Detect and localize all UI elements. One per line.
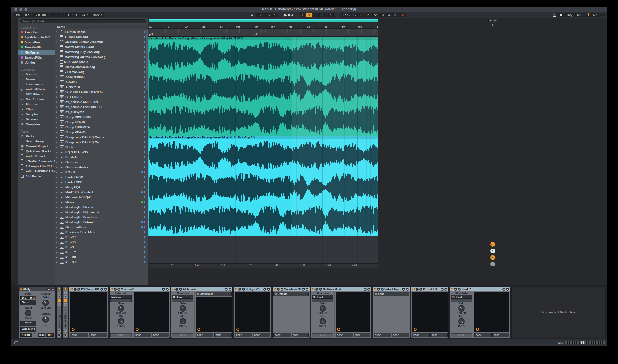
param-slot[interactable]: none (354, 333, 371, 337)
sidechain-mix-knob[interactable] (118, 318, 124, 324)
device-power-toggle[interactable] (235, 288, 237, 290)
plugin-edit-button[interactable]: ⚙ (117, 288, 120, 291)
key-map-button[interactable]: Key (565, 13, 574, 17)
automation-mode-toggle[interactable]: ✎̷ (306, 13, 312, 17)
selection-box-icon[interactable]: ⬚ (321, 13, 327, 17)
collection-dots[interactable] (144, 181, 145, 183)
track-lane-mix[interactable]: Echoberyl - La Dame En Rouge (Cage's Exs… (148, 37, 378, 136)
sidebar-item-category[interactable]: Grooves (18, 117, 55, 122)
track-lane-master[interactable]: Off (148, 236, 378, 263)
list-item[interactable]: ▶ Newfangled EQuivocate (55, 210, 148, 215)
collection-dots[interactable] (144, 156, 145, 158)
expand-arrow-icon[interactable]: ▶ (56, 41, 58, 43)
hot-swap-icon[interactable]: ⇄ (402, 288, 405, 291)
sidechain-gain-knob[interactable] (180, 305, 186, 312)
collection-dots[interactable] (141, 226, 145, 228)
clip-title[interactable]: Echoberyl - La Dame En Rouge (Cage's Exs… (148, 37, 378, 40)
collection-dots[interactable] (144, 61, 145, 63)
plugin-edit-button[interactable]: ⚙ (419, 288, 422, 291)
collection-dots[interactable] (144, 196, 145, 198)
expand-arrow-icon[interactable]: ▶ (56, 86, 58, 88)
collection-dots[interactable] (144, 46, 145, 48)
sidebar-item-place[interactable]: User Library (18, 139, 55, 144)
expand-arrow-icon[interactable]: ▶ (56, 216, 58, 218)
expand-arrow-icon[interactable]: ▶ (56, 256, 58, 258)
device-psp-neon-hr[interactable]: ▾⚙PSP Neon HR⇄▣nonenone (69, 287, 108, 338)
optimize-height-button[interactable]: H (488, 19, 492, 22)
param-slot[interactable]: none (474, 333, 492, 337)
capture-midi-button[interactable]: ○ (328, 13, 334, 17)
list-item[interactable]: ▶ Newfangled Saturate (55, 220, 148, 225)
chain-selector[interactable]: none (374, 292, 409, 296)
param-slot[interactable]: none (492, 333, 510, 337)
chain-list-icon[interactable]: ≡ (64, 303, 67, 306)
collection-dots[interactable] (144, 241, 145, 243)
device-power-toggle[interactable] (451, 288, 453, 290)
collection-dots[interactable] (144, 211, 145, 213)
list-item[interactable]: ▶ Pro-DS (55, 240, 148, 245)
list-item[interactable]: ▶ Millennia NSEQ-2 (55, 195, 148, 200)
sidechain-gain-knob[interactable] (458, 305, 465, 312)
loop-start-field[interactable]: 150. 1. 2 (341, 13, 364, 17)
list-item[interactable]: ▶ 1 Listen Racks (55, 29, 148, 34)
add-macro-icon[interactable]: + (58, 295, 61, 298)
sort-arrow-icon[interactable]: ▲ (144, 26, 146, 28)
list-item[interactable]: ▶ Gullfoss (55, 159, 148, 164)
clip-title[interactable]: Echoberyl - La Dame En Rouge (Cage's Exs… (148, 136, 378, 139)
device-power-toggle[interactable] (20, 288, 22, 290)
collection-dots[interactable] (144, 136, 145, 138)
list-item[interactable]: ▶ Newfangled Punctuate (55, 215, 148, 220)
device-view-toggle-icon[interactable] (14, 341, 18, 344)
sidebar-item-collection[interactable]: DrumsPerc (18, 40, 55, 45)
plugin-xy-display[interactable] (196, 297, 232, 332)
plugin-edit-button[interactable]: ⚙ (458, 288, 461, 291)
hot-swap-icon[interactable]: ⇄ (225, 288, 228, 291)
collection-dots[interactable] (144, 66, 145, 68)
list-item[interactable]: ▶ Mirror (55, 200, 148, 205)
list-item[interactable]: ▶ Blue Cat's Gain 3 (Stereo) (55, 89, 148, 94)
dc-filter-button[interactable]: DC (46, 333, 54, 337)
device-utility[interactable]: Utility ⇄ ▣ Input Ø L Ø R Stereo ▼ Width… (18, 287, 55, 338)
collection-dots[interactable] (141, 171, 145, 173)
list-item[interactable]: ▶ Newfangled Elevate (55, 205, 148, 210)
sidebar-item-place[interactable]: Packs (18, 134, 55, 139)
collection-dots[interactable] (144, 41, 145, 43)
list-item[interactable]: ▶ KClip3 (55, 169, 148, 174)
save-preset-icon[interactable]: ▣ (58, 333, 61, 337)
expand-arrow-icon[interactable]: ▶ (56, 166, 58, 168)
locator-flag[interactable]: 2 (254, 33, 257, 36)
hot-swap-icon[interactable]: ⇄ (58, 329, 61, 333)
device-fold-button[interactable]: ▾ (416, 288, 419, 291)
sidebar-item-category[interactable]: Samples (18, 112, 55, 117)
audio-clip-echoberyl[interactable]: Echoberyl - La Dame En Rouge (Cage's Exs… (148, 136, 378, 236)
expand-arrow-icon[interactable]: ▶ (56, 206, 58, 208)
collection-dots[interactable] (144, 246, 145, 248)
expand-arrow-icon[interactable]: ▶ (56, 201, 58, 203)
gain-value[interactable]: -6.00 dB (41, 307, 51, 310)
collection-dots[interactable] (144, 131, 145, 133)
sidebar-item-category[interactable]: Max for Live (18, 97, 55, 102)
device-vertigo-vs[interactable]: ▾⚙Vertigo VS...⇄▣nonenone (234, 287, 271, 338)
expand-arrow-icon[interactable]: ▶ (56, 196, 58, 198)
collection-dots[interactable] (144, 216, 145, 218)
drop-audio-effects-zone[interactable]: Drop Audio Effects Here (511, 287, 605, 338)
device-fold-button[interactable]: ▾ (315, 288, 318, 291)
param-slot[interactable]: none (336, 333, 353, 337)
sidebar-item-place[interactable]: 4 Trailer Cinematic SF (18, 159, 55, 164)
param-slot[interactable]: none (214, 333, 232, 337)
show-returns-toggle[interactable]: R (490, 249, 495, 253)
list-item[interactable]: ▶ Comp DIODE-609 (55, 114, 148, 119)
sidechain-input-chooser[interactable]: No Input▼ (172, 295, 193, 299)
list-item[interactable]: ▶ VTM VCC.adg (55, 69, 148, 74)
list-item[interactable]: ▶ GMaudio Clipper 2.0.amxd (55, 39, 148, 44)
plugin-xy-display[interactable] (336, 292, 370, 332)
play-button[interactable]: ▶ (284, 13, 287, 17)
list-item[interactable]: ▶ Pro-C 2 (55, 235, 148, 240)
sidechain-mix-knob[interactable] (320, 318, 326, 324)
title-bar[interactable]: Mark K - Echoberyl v7 vox sync fix DEMO … (11, 7, 607, 12)
follow-button[interactable]: ▸┄ (251, 13, 255, 17)
collection-dots[interactable] (144, 51, 145, 53)
collection-dots[interactable] (144, 116, 145, 118)
mono-button[interactable]: Mono (20, 321, 36, 326)
hot-swap-icon[interactable]: ⇄ (64, 329, 67, 333)
